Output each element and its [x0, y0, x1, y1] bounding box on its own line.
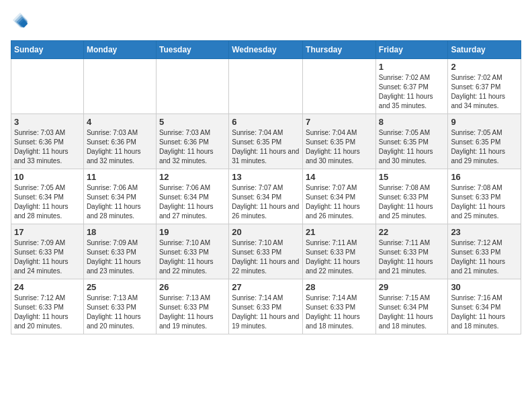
- day-number: 10: [14, 172, 81, 182]
- day-info: Sunrise: 7:07 AM Sunset: 6:34 PM Dayligh…: [232, 184, 299, 220]
- day-number: 23: [451, 227, 518, 237]
- day-number: 7: [306, 117, 373, 127]
- day-header-monday: Monday: [83, 41, 156, 59]
- calendar-cell: 12Sunrise: 7:06 AM Sunset: 6:34 PM Dayli…: [156, 169, 228, 224]
- calendar-header-row: SundayMondayTuesdayWednesdayThursdayFrid…: [11, 41, 521, 59]
- day-number: 13: [232, 172, 300, 182]
- calendar-week-2: 3Sunrise: 7:03 AM Sunset: 6:36 PM Daylig…: [11, 114, 521, 169]
- page-header: [11, 11, 521, 30]
- day-number: 18: [87, 227, 153, 237]
- calendar-week-5: 24Sunrise: 7:12 AM Sunset: 6:33 PM Dayli…: [11, 279, 521, 334]
- calendar-cell: 17Sunrise: 7:09 AM Sunset: 6:33 PM Dayli…: [11, 224, 84, 279]
- calendar-cell: 25Sunrise: 7:13 AM Sunset: 6:33 PM Dayli…: [83, 279, 156, 334]
- day-info: Sunrise: 7:04 AM Sunset: 6:35 PM Dayligh…: [306, 129, 360, 165]
- day-info: Sunrise: 7:11 AM Sunset: 6:33 PM Dayligh…: [379, 239, 433, 275]
- calendar-cell: 9Sunrise: 7:05 AM Sunset: 6:35 PM Daylig…: [448, 114, 521, 169]
- calendar-cell: 1Sunrise: 7:02 AM Sunset: 6:37 PM Daylig…: [375, 59, 448, 114]
- calendar-cell: 19Sunrise: 7:10 AM Sunset: 6:33 PM Dayli…: [156, 224, 228, 279]
- calendar-cell: 21Sunrise: 7:11 AM Sunset: 6:33 PM Dayli…: [303, 224, 376, 279]
- day-number: 15: [379, 172, 445, 182]
- day-info: Sunrise: 7:13 AM Sunset: 6:33 PM Dayligh…: [159, 294, 214, 330]
- calendar-cell: 7Sunrise: 7:04 AM Sunset: 6:35 PM Daylig…: [303, 114, 376, 169]
- day-info: Sunrise: 7:06 AM Sunset: 6:34 PM Dayligh…: [87, 184, 141, 220]
- day-info: Sunrise: 7:03 AM Sunset: 6:36 PM Dayligh…: [14, 129, 69, 165]
- day-info: Sunrise: 7:08 AM Sunset: 6:33 PM Dayligh…: [451, 184, 505, 220]
- calendar-cell: [11, 59, 84, 114]
- day-info: Sunrise: 7:02 AM Sunset: 6:37 PM Dayligh…: [451, 74, 505, 109]
- calendar-cell: 22Sunrise: 7:11 AM Sunset: 6:33 PM Dayli…: [375, 224, 448, 279]
- day-number: 30: [451, 282, 518, 292]
- calendar-cell: [303, 59, 376, 114]
- calendar-cell: 13Sunrise: 7:07 AM Sunset: 6:34 PM Dayli…: [229, 169, 303, 224]
- day-header-saturday: Saturday: [448, 41, 521, 59]
- day-info: Sunrise: 7:10 AM Sunset: 6:33 PM Dayligh…: [232, 239, 299, 275]
- calendar-cell: [83, 59, 156, 114]
- calendar-cell: 20Sunrise: 7:10 AM Sunset: 6:33 PM Dayli…: [229, 224, 303, 279]
- day-info: Sunrise: 7:14 AM Sunset: 6:33 PM Dayligh…: [232, 294, 299, 330]
- day-header-sunday: Sunday: [11, 41, 84, 59]
- calendar-cell: 15Sunrise: 7:08 AM Sunset: 6:33 PM Dayli…: [375, 169, 448, 224]
- day-info: Sunrise: 7:16 AM Sunset: 6:34 PM Dayligh…: [451, 294, 505, 330]
- day-info: Sunrise: 7:03 AM Sunset: 6:36 PM Dayligh…: [159, 129, 214, 165]
- calendar-cell: [156, 59, 228, 114]
- day-header-wednesday: Wednesday: [229, 41, 303, 59]
- day-info: Sunrise: 7:05 AM Sunset: 6:35 PM Dayligh…: [451, 129, 505, 165]
- day-number: 28: [306, 282, 373, 292]
- day-number: 8: [379, 117, 445, 127]
- day-number: 11: [87, 172, 153, 182]
- calendar-week-3: 10Sunrise: 7:05 AM Sunset: 6:34 PM Dayli…: [11, 169, 521, 224]
- day-number: 2: [451, 62, 518, 72]
- day-info: Sunrise: 7:13 AM Sunset: 6:33 PM Dayligh…: [87, 294, 141, 330]
- day-number: 29: [379, 282, 445, 292]
- day-number: 19: [159, 227, 226, 237]
- calendar-cell: 4Sunrise: 7:03 AM Sunset: 6:36 PM Daylig…: [83, 114, 156, 169]
- day-info: Sunrise: 7:09 AM Sunset: 6:33 PM Dayligh…: [87, 239, 141, 275]
- calendar-week-4: 17Sunrise: 7:09 AM Sunset: 6:33 PM Dayli…: [11, 224, 521, 279]
- calendar-cell: 8Sunrise: 7:05 AM Sunset: 6:35 PM Daylig…: [375, 114, 448, 169]
- calendar-cell: 27Sunrise: 7:14 AM Sunset: 6:33 PM Dayli…: [229, 279, 303, 334]
- day-number: 17: [14, 227, 81, 237]
- calendar-cell: 10Sunrise: 7:05 AM Sunset: 6:34 PM Dayli…: [11, 169, 84, 224]
- day-number: 16: [451, 172, 518, 182]
- calendar-cell: 24Sunrise: 7:12 AM Sunset: 6:33 PM Dayli…: [11, 279, 84, 334]
- day-info: Sunrise: 7:09 AM Sunset: 6:33 PM Dayligh…: [14, 239, 69, 275]
- calendar-cell: 6Sunrise: 7:04 AM Sunset: 6:35 PM Daylig…: [229, 114, 303, 169]
- day-info: Sunrise: 7:05 AM Sunset: 6:35 PM Dayligh…: [379, 129, 433, 165]
- calendar-cell: 26Sunrise: 7:13 AM Sunset: 6:33 PM Dayli…: [156, 279, 228, 334]
- day-number: 3: [14, 117, 81, 127]
- calendar-cell: 30Sunrise: 7:16 AM Sunset: 6:34 PM Dayli…: [448, 279, 521, 334]
- calendar-cell: 16Sunrise: 7:08 AM Sunset: 6:33 PM Dayli…: [448, 169, 521, 224]
- day-number: 24: [14, 282, 81, 292]
- calendar-cell: 3Sunrise: 7:03 AM Sunset: 6:36 PM Daylig…: [11, 114, 84, 169]
- calendar-week-1: 1Sunrise: 7:02 AM Sunset: 6:37 PM Daylig…: [11, 59, 521, 114]
- calendar-cell: 28Sunrise: 7:14 AM Sunset: 6:33 PM Dayli…: [303, 279, 376, 334]
- day-number: 1: [379, 62, 445, 72]
- day-info: Sunrise: 7:07 AM Sunset: 6:34 PM Dayligh…: [306, 184, 360, 220]
- day-info: Sunrise: 7:10 AM Sunset: 6:33 PM Dayligh…: [159, 239, 214, 275]
- logo: [11, 11, 32, 30]
- calendar-cell: 2Sunrise: 7:02 AM Sunset: 6:37 PM Daylig…: [448, 59, 521, 114]
- calendar-cell: 5Sunrise: 7:03 AM Sunset: 6:36 PM Daylig…: [156, 114, 228, 169]
- day-number: 22: [379, 227, 445, 237]
- logo-icon: [11, 11, 30, 30]
- day-info: Sunrise: 7:12 AM Sunset: 6:33 PM Dayligh…: [14, 294, 69, 330]
- day-number: 6: [232, 117, 300, 127]
- day-info: Sunrise: 7:03 AM Sunset: 6:36 PM Dayligh…: [87, 129, 141, 165]
- calendar-cell: 18Sunrise: 7:09 AM Sunset: 6:33 PM Dayli…: [83, 224, 156, 279]
- day-header-friday: Friday: [375, 41, 448, 59]
- day-info: Sunrise: 7:06 AM Sunset: 6:34 PM Dayligh…: [159, 184, 214, 220]
- day-number: 14: [306, 172, 373, 182]
- day-header-tuesday: Tuesday: [156, 41, 228, 59]
- day-info: Sunrise: 7:14 AM Sunset: 6:33 PM Dayligh…: [306, 294, 360, 330]
- day-number: 26: [159, 282, 226, 292]
- day-number: 5: [159, 117, 226, 127]
- day-info: Sunrise: 7:02 AM Sunset: 6:37 PM Dayligh…: [379, 74, 433, 109]
- calendar-cell: 29Sunrise: 7:15 AM Sunset: 6:34 PM Dayli…: [375, 279, 448, 334]
- day-info: Sunrise: 7:12 AM Sunset: 6:33 PM Dayligh…: [451, 239, 505, 275]
- day-info: Sunrise: 7:15 AM Sunset: 6:34 PM Dayligh…: [379, 294, 433, 330]
- day-info: Sunrise: 7:04 AM Sunset: 6:35 PM Dayligh…: [232, 129, 299, 165]
- day-number: 12: [159, 172, 226, 182]
- calendar-table: SundayMondayTuesdayWednesdayThursdayFrid…: [11, 40, 521, 334]
- day-number: 20: [232, 227, 300, 237]
- day-number: 27: [232, 282, 300, 292]
